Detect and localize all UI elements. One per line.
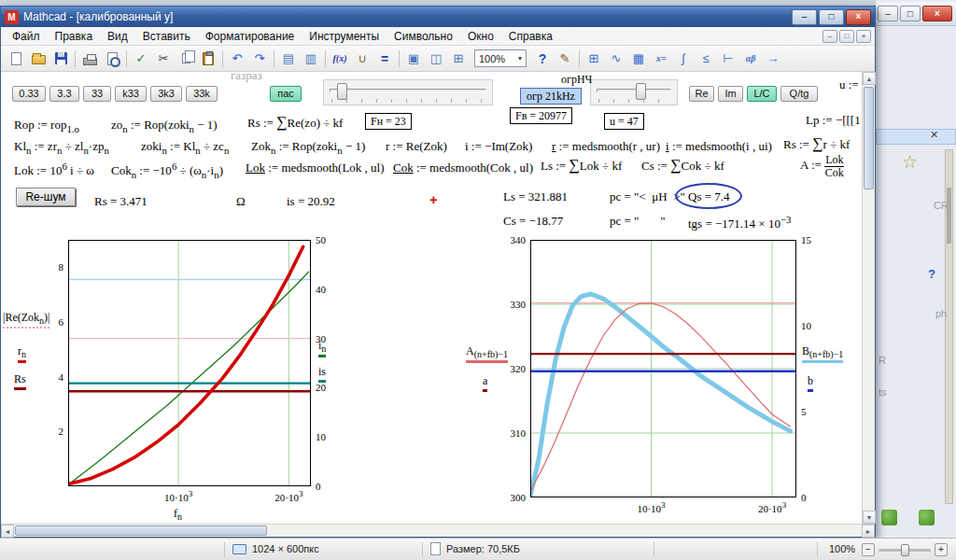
matrix-palette-button[interactable]: ▦ xyxy=(627,49,650,69)
menu-window[interactable]: Окно xyxy=(460,28,501,45)
math-region-u-def[interactable]: u := xyxy=(839,77,859,92)
align-across-button[interactable]: ▤ xyxy=(277,49,300,69)
cut-button[interactable]: ✂ xyxy=(152,49,175,69)
insert-table-button[interactable]: ⊞ xyxy=(447,49,470,69)
preset-button-33k[interactable]: 33k xyxy=(186,86,218,102)
paste-button[interactable] xyxy=(197,49,219,69)
save-button[interactable] xyxy=(49,49,72,69)
scroll-up-icon[interactable]: ▲ xyxy=(863,72,876,85)
slider-u[interactable] xyxy=(590,79,678,105)
scroll-left-icon[interactable]: ◄ xyxy=(1,525,14,538)
new-button[interactable] xyxy=(5,49,27,69)
zoom-slider-thumb[interactable] xyxy=(901,544,909,556)
child-restore-button[interactable]: □ xyxy=(839,30,854,43)
math-region-rs2[interactable]: Rs := ∑r ÷ kf xyxy=(783,135,850,152)
zoom-select[interactable]: 100% ▾ xyxy=(474,49,527,67)
open-button[interactable] xyxy=(27,49,49,69)
scrollbar-thumb[interactable] xyxy=(864,87,874,189)
slider-track[interactable] xyxy=(597,89,671,92)
symbolic-palette-button[interactable]: → xyxy=(762,49,784,69)
programming-palette-button[interactable]: ⊢ xyxy=(717,49,739,69)
math-region-lok-smooth[interactable]: Lok := medsmooth(Lok , ul) xyxy=(246,161,385,175)
slider-thumb[interactable] xyxy=(636,83,646,100)
math-region-lok[interactable]: Lok := 106 i ÷ ω xyxy=(14,161,94,178)
fn-value-box[interactable]: Fн = 23 xyxy=(365,113,412,130)
worksheet[interactable]: 0.333.333k333k333kпас огрНЧ огр 21kHz Fв… xyxy=(1,72,862,524)
scroll-right-icon[interactable]: ► xyxy=(862,525,875,538)
calculate-button[interactable]: = xyxy=(373,49,396,69)
preset-button-33[interactable]: 33 xyxy=(83,86,111,102)
zoom-out-button[interactable]: − xyxy=(862,543,875,556)
scrollbar-thumb[interactable] xyxy=(15,525,267,536)
math-region-i[interactable]: i := −Im(Zok) xyxy=(465,139,532,154)
mode-button-im[interactable]: Im xyxy=(718,86,743,102)
help-button[interactable]: ? xyxy=(531,49,554,69)
copy-button[interactable] xyxy=(175,49,197,69)
child-close-button[interactable]: × xyxy=(856,30,871,43)
align-down-button[interactable]: ▥ xyxy=(300,49,322,69)
close-button[interactable]: × xyxy=(846,9,871,25)
calculator-palette-button[interactable]: ⊞ xyxy=(583,49,605,69)
scroll-down-icon[interactable]: ▼ xyxy=(863,511,876,524)
slider-thumb[interactable] xyxy=(337,83,347,100)
menu-symbolic[interactable]: Символьно xyxy=(387,28,460,45)
highcut-region[interactable]: огр 21kHz xyxy=(520,88,582,105)
bg-close-button[interactable]: × xyxy=(922,6,952,21)
evaluation-palette-button[interactable]: x= xyxy=(650,49,672,69)
insert-function-button[interactable]: f(x) xyxy=(329,49,351,69)
scrollbar-thumb[interactable] xyxy=(947,188,951,244)
result-cs[interactable]: Cs = −18.77 xyxy=(503,214,563,229)
child-minimize-button[interactable]: – xyxy=(822,30,837,43)
undo-button[interactable]: ↶ xyxy=(226,49,248,69)
result-pc1[interactable]: pc = "< μH >" xyxy=(610,189,685,204)
mode-button-lc[interactable]: L/C xyxy=(747,86,777,102)
math-region-cok[interactable]: Cokn := −106 ÷ (ωn·in) xyxy=(111,161,223,180)
graph-palette-button[interactable]: ∿ xyxy=(605,49,627,69)
menu-insert[interactable]: Вставить xyxy=(135,28,198,45)
result-is[interactable]: is = 20.92 xyxy=(287,194,335,209)
u-value-box[interactable]: u = 47 xyxy=(604,113,644,130)
math-region-a-frac[interactable]: A := LokCok xyxy=(800,154,844,178)
math-region-zok[interactable]: Zokn := Rop(zokin − 1) xyxy=(251,139,365,156)
math-region-ls[interactable]: Ls := ∑Lok ÷ kf xyxy=(541,157,622,174)
menu-help[interactable]: Справка xyxy=(501,28,560,45)
favorites-star-icon[interactable]: ☆ xyxy=(902,151,918,173)
result-rs[interactable]: Rs = 3.471 xyxy=(94,194,148,209)
slider-track[interactable] xyxy=(330,89,486,92)
re-noise-button[interactable]: Re-шум xyxy=(16,188,76,206)
horizontal-scrollbar[interactable]: ◄ ► xyxy=(1,524,875,537)
result-pc2[interactable]: pc = " " xyxy=(610,214,665,229)
slider-lowcut[interactable] xyxy=(323,79,493,105)
xy-plot-right[interactable]: 30031032033034005101510·10320·103 xyxy=(530,240,796,497)
print-preview-button[interactable] xyxy=(101,49,123,69)
fv-value-box[interactable]: Fв = 20977 xyxy=(510,107,572,124)
math-region-kl[interactable]: Kln := zrn ÷ zln·zpn xyxy=(14,139,109,156)
vertical-scrollbar[interactable]: ▲ ▼ xyxy=(862,72,875,524)
boolean-palette-button[interactable]: ≤ xyxy=(695,49,717,69)
math-region-r[interactable]: r := Re(Zok) xyxy=(386,139,447,154)
preset-button-3-3[interactable]: 3.3 xyxy=(49,86,79,102)
math-region-cs[interactable]: Cs := ∑Cok ÷ kf xyxy=(641,157,724,174)
math-region-rop[interactable]: Rop := rop1.o xyxy=(14,118,79,134)
mode-button-qtg[interactable]: Q/tg xyxy=(780,86,818,102)
restore-button[interactable]: □ xyxy=(819,9,844,25)
calculus-palette-button[interactable]: ∫ xyxy=(672,49,695,69)
math-region-lp[interactable]: Lp := −[[[1 ÷ (1 ÷ Rop + 1 ÷ Rs) ÷ ( xyxy=(806,113,862,128)
bg-maximize-button[interactable]: □ xyxy=(900,6,921,21)
math-region-r-smooth[interactable]: r := medsmooth(r , ur) xyxy=(552,139,660,154)
xy-plot-left[interactable]: 24680102030405010·10320·103 xyxy=(68,240,311,486)
preset-button-3k3[interactable]: 3k3 xyxy=(150,86,182,102)
print-button[interactable] xyxy=(78,49,101,69)
insert-unit-button[interactable]: ∪ xyxy=(351,49,373,69)
zoom-in-button[interactable]: + xyxy=(935,543,948,556)
spellcheck-button[interactable]: ✓ xyxy=(130,49,152,69)
minimize-button[interactable]: – xyxy=(792,9,817,25)
math-region-zo[interactable]: zon := Rop(zokin − 1) xyxy=(111,118,218,134)
math-region-cok-smooth[interactable]: Cok := medsmooth(Cok , ul) xyxy=(393,161,533,175)
unit-omega[interactable]: Ω xyxy=(236,194,246,209)
result-ls[interactable]: Ls = 321.881 xyxy=(503,189,568,204)
menu-format[interactable]: Форматирование xyxy=(198,28,302,45)
menu-tools[interactable]: Инструменты xyxy=(302,28,387,45)
math-region-zoki[interactable]: zokin := Kln ÷ zcn xyxy=(141,139,229,156)
preset-button-033[interactable]: 0.33 xyxy=(12,86,46,102)
